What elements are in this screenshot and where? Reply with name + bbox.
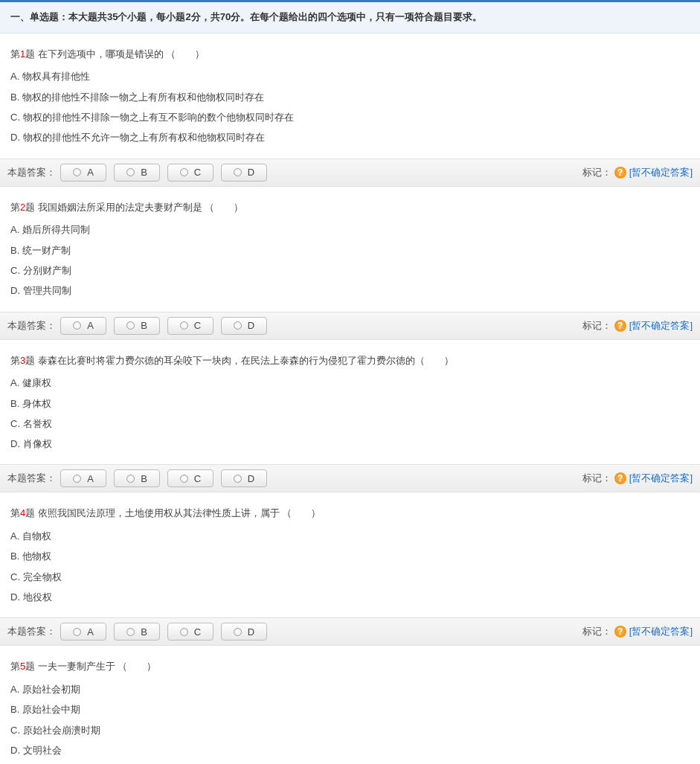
choice-letter: B [141, 473, 147, 484]
question-prefix: 第 [10, 507, 20, 519]
choice-button-a[interactable]: A [60, 469, 106, 487]
question-block: 第4题 依照我国民法原理，土地使用权从其法律性质上讲，属于 （ ）A. 自物权B… [0, 492, 700, 617]
answer-bar: 本题答案：ABCD标记：?[暂不确定答案] [0, 617, 700, 646]
option-text: C. 分别财产制 [10, 260, 690, 280]
unsure-answer-link[interactable]: [暂不确定答案] [629, 319, 693, 333]
choice-button-c[interactable]: C [167, 623, 213, 641]
choice-button-a[interactable]: A [60, 623, 106, 641]
option-text: D. 地役权 [10, 587, 690, 607]
question-text: 依照我国民法原理，土地使用权从其法律性质上讲，属于 （ ） [35, 507, 321, 519]
choice-letter: C [194, 167, 201, 178]
answer-label: 本题答案： [7, 319, 56, 333]
choice-letter: B [141, 626, 147, 638]
option-text: C. 物权的排他性不排除一物之上有互不影响的数个他物权同时存在 [10, 107, 690, 127]
option-text: A. 物权具有排他性 [10, 66, 690, 86]
radio-icon [234, 321, 242, 330]
question-text: 我国婚姻法所采用的法定夫妻财产制是 （ ） [35, 202, 243, 213]
choice-button-d[interactable]: D [221, 164, 267, 182]
choice-letter: C [194, 473, 201, 484]
radio-icon [234, 168, 242, 176]
choice-letter: B [141, 320, 147, 331]
option-text: D. 肖像权 [10, 434, 690, 454]
choice-button-b[interactable]: B [114, 469, 160, 487]
mark-label: 标记： [582, 625, 611, 638]
option-text: B. 物权的排他性不排除一物之上有所有权和他物权同时存在 [10, 87, 690, 107]
help-icon[interactable]: ? [614, 626, 626, 638]
choice-button-d[interactable]: D [221, 469, 267, 487]
choice-letter: C [194, 626, 201, 638]
choice-letter: A [87, 626, 94, 638]
mark-label: 标记： [582, 472, 611, 485]
option-text: B. 他物权 [10, 546, 690, 566]
question-suffix: 题 [25, 202, 35, 213]
choice-letter: A [87, 320, 94, 331]
question-block: 第3题 泰森在比赛时将霍力费尔德的耳朵咬下一块肉，在民法上泰森的行为侵犯了霍力费… [0, 340, 700, 465]
answer-label: 本题答案： [7, 472, 56, 485]
answer-bar: 本题答案：ABCD标记：?[暂不确定答案] [0, 158, 700, 187]
radio-icon [180, 168, 188, 176]
radio-icon [73, 628, 81, 636]
help-icon[interactable]: ? [614, 167, 626, 179]
choice-button-b[interactable]: B [114, 317, 160, 335]
unsure-answer-link[interactable]: [暂不确定答案] [629, 472, 693, 485]
mark-label: 标记： [582, 319, 611, 333]
question-suffix: 题 [25, 507, 35, 519]
question-options: A. 自物权B. 他物权C. 完全物权D. 地役权 [10, 526, 690, 607]
choice-letter: D [248, 626, 254, 638]
option-text: D. 文明社会 [10, 740, 690, 760]
radio-icon [126, 321, 135, 330]
radio-icon [126, 475, 135, 483]
question-options: A. 婚后所得共同制B. 统一财产制C. 分别财产制D. 管理共同制 [10, 219, 690, 301]
question-text: 在下列选项中，哪项是错误的 （ ） [35, 48, 205, 60]
option-text: A. 婚后所得共同制 [10, 219, 690, 240]
question-prefix: 第 [10, 202, 20, 213]
radio-icon [126, 168, 135, 176]
radio-icon [73, 321, 81, 330]
answer-label: 本题答案： [7, 166, 56, 179]
question-title: 第1题 在下列选项中，哪项是错误的 （ ） [10, 45, 690, 64]
radio-icon [234, 475, 242, 483]
choice-button-a[interactable]: A [60, 164, 106, 182]
question-block: 第5题 一夫一妻制产生于 （ ）A. 原始社会初期B. 原始社会中期C. 原始社… [0, 646, 700, 764]
option-text: A. 原始社会初期 [10, 679, 690, 699]
choice-letter: B [141, 167, 147, 178]
choice-button-c[interactable]: C [167, 469, 213, 487]
choice-button-a[interactable]: A [60, 317, 106, 335]
choice-button-b[interactable]: B [114, 623, 160, 641]
option-text: A. 健康权 [10, 373, 690, 393]
question-title: 第2题 我国婚姻法所采用的法定夫妻财产制是 （ ） [10, 199, 690, 217]
questions-container: 第1题 在下列选项中，哪项是错误的 （ ）A. 物权具有排他性B. 物权的排他性… [0, 33, 700, 764]
help-icon[interactable]: ? [614, 472, 626, 484]
question-suffix: 题 [25, 355, 35, 366]
radio-icon [234, 628, 242, 636]
choice-button-c[interactable]: C [167, 317, 213, 335]
question-prefix: 第 [10, 661, 20, 672]
choice-button-b[interactable]: B [114, 164, 160, 182]
option-text: B. 统一财产制 [10, 240, 690, 260]
help-icon[interactable]: ? [614, 320, 626, 332]
choice-button-d[interactable]: D [221, 317, 267, 335]
radio-icon [180, 628, 188, 636]
unsure-answer-link[interactable]: [暂不确定答案] [629, 625, 693, 638]
question-title: 第5题 一夫一妻制产生于 （ ） [10, 658, 690, 676]
option-text: D. 管理共同制 [10, 280, 690, 301]
question-options: A. 物权具有排他性B. 物权的排他性不排除一物之上有所有权和他物权同时存在C.… [10, 66, 690, 147]
question-text: 一夫一妻制产生于 （ ） [35, 661, 156, 672]
option-text: B. 身体权 [10, 394, 690, 414]
choice-button-d[interactable]: D [221, 623, 267, 641]
answer-bar: 本题答案：ABCD标记：?[暂不确定答案] [0, 312, 700, 340]
option-text: D. 物权的排他性不允许一物之上有所有权和他物权同时存在 [10, 127, 690, 147]
question-block: 第1题 在下列选项中，哪项是错误的 （ ）A. 物权具有排他性B. 物权的排他性… [0, 33, 700, 158]
option-text: C. 名誉权 [10, 414, 690, 434]
question-suffix: 题 [25, 661, 35, 672]
choice-letter: D [248, 473, 254, 484]
choice-button-c[interactable]: C [167, 164, 213, 182]
choice-letter: C [194, 320, 201, 331]
question-block: 第2题 我国婚姻法所采用的法定夫妻财产制是 （ ）A. 婚后所得共同制B. 统一… [0, 187, 700, 312]
choice-letter: A [87, 473, 94, 484]
radio-icon [180, 475, 188, 483]
question-text: 泰森在比赛时将霍力费尔德的耳朵咬下一块肉，在民法上泰森的行为侵犯了霍力费尔德的（… [35, 355, 454, 366]
question-prefix: 第 [10, 355, 20, 366]
option-text: C. 原始社会崩溃时期 [10, 720, 690, 740]
unsure-answer-link[interactable]: [暂不确定答案] [629, 166, 693, 179]
